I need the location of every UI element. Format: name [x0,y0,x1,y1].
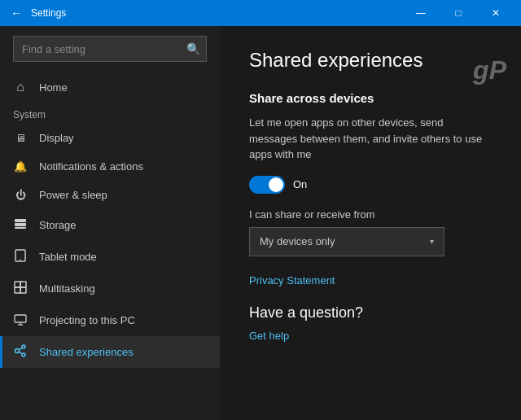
sidebar-item-home[interactable]: ⌂ Home [0,72,220,103]
maximize-button[interactable]: □ [440,0,477,26]
sidebar-item-notifications[interactable]: 🔔 Notifications & actions [0,152,220,181]
sidebar-item-label: Tablet mode [39,251,97,263]
close-button[interactable]: ✕ [477,0,514,26]
sidebar-item-label: Notifications & actions [39,160,143,173]
sidebar-item-label: Display [39,132,74,144]
sidebar-item-display[interactable]: 🖥 Display [0,124,220,152]
toggle-label: On [293,178,307,190]
share-from-label: I can share or receive from [249,208,492,221]
sidebar-item-label: Storage [39,219,77,231]
svg-rect-5 [15,282,20,287]
svg-rect-6 [20,282,26,287]
share-toggle[interactable] [249,176,285,194]
sidebar-item-label: Power & sleep [39,189,107,201]
display-icon: 🖥 [13,132,28,144]
projecting-icon [13,313,28,328]
storage-icon [13,217,28,233]
search-icon: 🔍 [186,42,200,55]
sidebar-item-label: Projecting to this PC [39,314,135,326]
content-area: gP Shared experiences Share across devic… [220,26,521,420]
back-button[interactable]: ← [7,3,26,23]
svg-rect-2 [15,227,26,229]
sidebar-item-label: Home [39,81,68,94]
sidebar-item-power[interactable]: ⏻ Power & sleep [0,181,220,209]
shared-icon [13,344,28,360]
privacy-statement-link[interactable]: Privacy Statement [249,274,492,287]
window-controls: — □ ✕ [402,0,514,26]
toggle-row: On [249,176,492,194]
svg-line-15 [19,348,22,350]
chevron-down-icon: ▾ [430,237,434,246]
svg-rect-8 [20,287,26,293]
sidebar-item-label: Multitasking [39,282,95,295]
svg-line-16 [19,352,22,354]
have-question-heading: Have a question? [249,304,492,322]
app-container: 🔍 ⌂ Home System 🖥 Display 🔔 Notification… [0,26,521,420]
notifications-icon: 🔔 [13,160,28,173]
window-title: Settings [31,7,402,19]
svg-rect-9 [15,315,26,322]
sidebar-item-tablet[interactable]: Tablet mode [0,241,220,273]
search-input[interactable] [13,36,207,62]
sidebar: 🔍 ⌂ Home System 🖥 Display 🔔 Notification… [0,26,220,420]
search-container: 🔍 [13,36,207,62]
svg-point-13 [22,345,25,348]
description-text: Let me open apps on other devices, send … [249,115,492,163]
sidebar-item-projecting[interactable]: Projecting to this PC [0,304,220,336]
devices-dropdown[interactable]: My devices only ▾ [249,227,444,256]
svg-point-4 [20,259,21,260]
sidebar-item-multitasking[interactable]: Multitasking [0,273,220,304]
multitasking-icon [13,281,28,296]
svg-point-12 [15,349,20,353]
power-icon: ⏻ [13,189,28,201]
svg-rect-0 [15,219,26,222]
dropdown-value: My devices only [260,235,335,247]
title-bar: ← Settings — □ ✕ [0,0,521,26]
gp-watermark: gP [473,55,506,85]
sidebar-item-shared[interactable]: Shared experiences [0,336,220,368]
svg-rect-7 [15,287,20,293]
svg-rect-1 [15,223,26,226]
home-icon: ⌂ [13,80,28,94]
page-title: Shared experiences [249,49,492,72]
sidebar-section-system: System [0,103,220,124]
minimize-button[interactable]: — [402,0,440,26]
toggle-knob [269,177,283,192]
sidebar-item-label: Shared experiences [39,346,134,358]
sidebar-item-storage[interactable]: Storage [0,209,220,241]
tablet-icon [13,249,28,265]
get-help-link[interactable]: Get help [249,330,492,342]
section-title: Share across devices [249,91,492,105]
svg-point-14 [22,353,25,357]
